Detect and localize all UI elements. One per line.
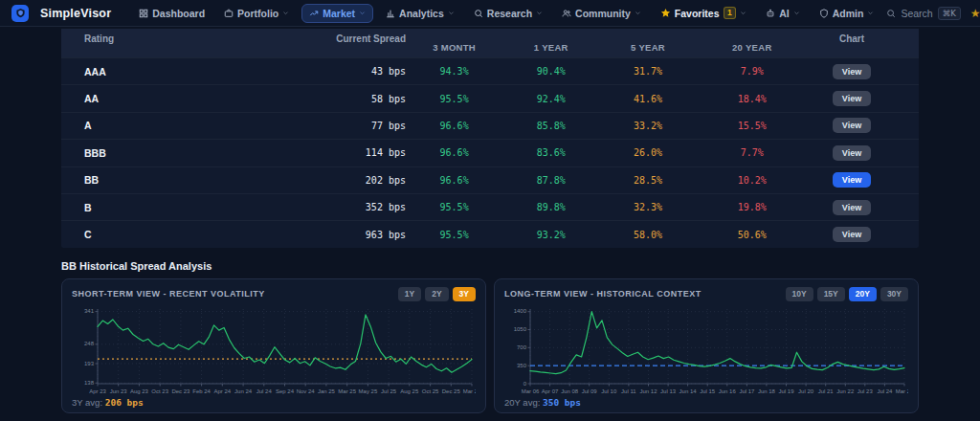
svg-text:700: 700 [517, 344, 527, 350]
nav-item-admin[interactable]: Admin [813, 5, 881, 22]
nav-item-ai[interactable]: AI [759, 5, 807, 22]
short-term-chart-title: SHORT-TERM VIEW - RECENT VOLATILITY [72, 289, 265, 299]
view-button[interactable]: View [833, 172, 871, 188]
avg-label: 3Y avg: [72, 397, 102, 408]
nav-label: Research [487, 8, 532, 19]
range-button-20y[interactable]: 20Y [849, 287, 877, 301]
view-button[interactable]: View [833, 200, 871, 215]
view-button[interactable]: View [833, 91, 871, 106]
table-row: BBB114 bps96.6%83.6%26.0%7.7%View [61, 139, 919, 166]
svg-text:Mar 06: Mar 06 [522, 388, 540, 394]
range-button-2y[interactable]: 2Y [425, 287, 448, 301]
rating-cell: BB [84, 174, 228, 186]
percentile-cell: 95.5% [406, 230, 502, 240]
percentile-cell: 32.3% [599, 202, 696, 212]
search-label: Search [901, 8, 932, 19]
percentile-cell: 7.9% [697, 66, 808, 77]
svg-text:May 25: May 25 [359, 388, 378, 394]
percentile-cell: 15.5% [697, 121, 808, 131]
credit-spread-table: Rating Current Spread 3 MONTH 1 YEAR 5 Y… [61, 29, 919, 248]
chevron-down-icon [867, 10, 874, 16]
trending-up-icon [309, 9, 319, 18]
long-term-chart-title: LONG-TERM VIEW - HISTORICAL CONTEXT [504, 289, 702, 299]
header-20-year: 20 YEAR [697, 42, 808, 57]
view-button[interactable]: View [833, 227, 871, 242]
chart-cell: View [808, 172, 896, 188]
svg-text:Dec 25: Dec 25 [442, 388, 461, 394]
percentile-cell: 85.8% [502, 121, 599, 131]
svg-text:Jun 14: Jun 14 [679, 388, 698, 394]
percentile-cell: 18.4% [697, 94, 808, 104]
search-button[interactable]: Search ⌘K [886, 7, 960, 20]
svg-text:Aug 25: Aug 25 [400, 388, 419, 394]
current-spread-cell: 202 bps [228, 175, 406, 186]
svg-text:138: 138 [84, 380, 95, 386]
chart-cell: View [808, 145, 896, 161]
percentile-cell: 96.6% [406, 175, 502, 186]
svg-text:Jun 16: Jun 16 [719, 388, 737, 394]
long-term-chart-card: LONG-TERM VIEW - HISTORICAL CONTEXT 10Y1… [494, 278, 919, 413]
percentile-cell: 83.6% [502, 147, 599, 158]
percentile-cell: 58.0% [599, 230, 696, 240]
svg-text:0: 0 [523, 380, 527, 386]
svg-text:Jul 13: Jul 13 [660, 388, 677, 394]
range-button-15y[interactable]: 15Y [817, 287, 845, 301]
chevron-down-icon [282, 10, 289, 16]
svg-text:Jul 15: Jul 15 [700, 388, 716, 394]
svg-text:Jul 24: Jul 24 [877, 388, 893, 394]
nav-item-market[interactable]: Market [301, 4, 373, 23]
view-button[interactable]: View [833, 64, 871, 79]
percentile-cell: 87.8% [502, 175, 599, 186]
nav-item-analytics[interactable]: Analytics [379, 5, 461, 22]
svg-text:Jul 21: Jul 21 [818, 388, 835, 394]
svg-text:Jun 24: Jun 24 [234, 388, 253, 394]
current-spread-cell: 43 bps [228, 66, 406, 77]
percentile-cell: 10.2% [697, 175, 808, 186]
svg-text:350: 350 [517, 363, 527, 368]
svg-text:341: 341 [84, 308, 95, 314]
current-spread-cell: 352 bps [228, 202, 406, 212]
percentile-cell: 31.7% [599, 66, 696, 77]
favorites-star-button[interactable]: ★ [970, 8, 980, 19]
short-term-chart-card: SHORT-TERM VIEW - RECENT VOLATILITY 1Y2Y… [61, 278, 486, 413]
chevron-down-icon [635, 10, 641, 16]
nav-item-favorites[interactable]: Favorites 1 [654, 4, 753, 22]
nav-item-portfolio[interactable]: Portfolio [217, 5, 296, 22]
nav-label: Favorites [675, 8, 720, 19]
current-spread-cell: 58 bps [228, 94, 406, 104]
chart-plot: Mar 06Apr 07Jun 08Jul 09Jul 10Jul 11Jun … [504, 304, 908, 396]
table-row: AAA43 bps94.3%90.4%31.7%7.9%View [61, 57, 919, 84]
current-spread-cell: 77 bps [228, 121, 406, 131]
rating-cell: AA [84, 93, 228, 104]
rating-cell: A [84, 120, 228, 131]
app-logo[interactable] [11, 5, 29, 22]
chart-cell: View [808, 227, 896, 242]
range-button-10y[interactable]: 10Y [786, 287, 813, 301]
view-button[interactable]: View [833, 118, 871, 133]
nav-item-community[interactable]: Community [555, 5, 648, 22]
nav-label: Portfolio [237, 8, 278, 19]
svg-text:Oct 25: Oct 25 [422, 388, 439, 394]
range-button-30y[interactable]: 30Y [880, 287, 908, 301]
brand-name: SimpleVisor [40, 7, 111, 20]
shield-icon [819, 9, 829, 18]
view-button[interactable]: View [833, 145, 871, 161]
nav-item-dashboard[interactable]: Dashboard [132, 5, 212, 22]
nav-item-research[interactable]: Research [467, 5, 549, 22]
nav-label: Community [575, 8, 631, 19]
svg-text:Jul 17: Jul 17 [739, 388, 755, 394]
section-title: BB Historical Spread Analysis [61, 260, 919, 272]
avg-value: 350 bps [543, 397, 581, 408]
percentile-cell: 94.3% [406, 66, 502, 77]
search-icon [474, 9, 483, 18]
table-row: C963 bps95.5%93.2%58.0%50.6%View [61, 220, 919, 247]
header-3-month: 3 MONTH [406, 42, 502, 57]
range-button-1y[interactable]: 1Y [398, 287, 421, 301]
chart-cell: View [808, 91, 896, 106]
bot-icon [766, 9, 775, 18]
svg-text:Jun 22: Jun 22 [836, 388, 855, 394]
short-term-avg-footer: 3Y avg: 206 bps [72, 397, 476, 408]
range-button-3y[interactable]: 3Y [453, 287, 476, 301]
percentile-cell: 26.0% [599, 147, 696, 158]
nav-label: Dashboard [152, 8, 205, 19]
